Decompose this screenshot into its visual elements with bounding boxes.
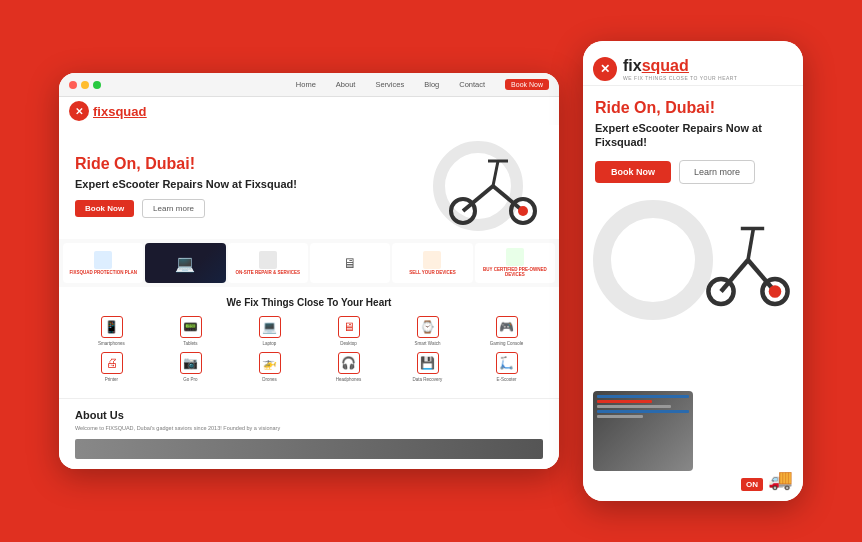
drone-label: Drones [262,377,277,382]
headphones-label: Headphones [336,377,362,382]
fix-item-escooter: 🛴 E-Scooter [470,352,543,382]
fix-item-smartwatch: ⌚ Smart Watch [391,316,464,346]
services-strip: FIXSQUAD PROTECTION PLAN 💻 ON-SITE REPAI… [59,239,559,287]
logo-brand-part1: fix [93,104,108,119]
logo-brand-underline: squad [108,104,146,119]
gaming-icon: 🎮 [496,316,518,338]
mobile-hero-buttons: Book Now Learn more [595,160,791,184]
svg-point-13 [769,285,782,298]
nav-home[interactable]: Home [296,80,316,89]
logo-icon: ✕ [69,101,89,121]
mobile-hero-image [583,190,803,340]
nav-services[interactable]: Services [375,80,404,89]
hero-title: Ride On, Dubai! [75,154,403,173]
headphones-icon: 🎧 [338,352,360,374]
fix-item-desktop: 🖥 Desktop [312,316,385,346]
browser-dot-yellow [81,81,89,89]
desktop-logo-bar: ✕ fixsquad [59,97,559,125]
mobile-learn-button[interactable]: Learn more [679,160,755,184]
service-icon-1 [259,251,277,269]
smartwatch-label: Smart Watch [415,341,441,346]
scooter-image [443,146,543,226]
data-recovery-icon: 💾 [417,352,439,374]
fix-item-laptop: 💻 Laptop [233,316,306,346]
smartphone-icon: 📱 [101,316,123,338]
laptop2-icon: 🖥 [343,255,357,271]
hero-buttons: Book Now Learn more [75,199,403,218]
laptop-label: Laptop [263,341,277,346]
gopro-label: Go Pro [183,377,197,382]
about-image-placeholder [75,439,543,459]
browser-bar: Home About Services Blog Contact Book No… [59,73,559,97]
tablet-icon: 📟 [180,316,202,338]
fix-item-gaming: 🎮 Gaming Console [470,316,543,346]
service-icon-0 [94,251,112,269]
service-card-0: FIXSQUAD PROTECTION PLAN [63,243,143,283]
mobile-header: ✕ fixsquad WE FIX THINGS CLOSE TO YOUR H… [583,49,803,86]
fix-item-data: 💾 Data Recovery [391,352,464,382]
hero-learn-button[interactable]: Learn more [142,199,205,218]
drone-icon: 🚁 [259,352,281,374]
smartwatch-icon: ⌚ [417,316,439,338]
nav-about[interactable]: About [336,80,356,89]
about-text: Welcome to FIXSQUAD, Dubai's gadget savi… [75,425,543,433]
browser-nav: Home About Services Blog Contact Book No… [296,79,549,90]
service-card-3: BUY CERTIFIED PRE-OWNED DEVICES [475,243,555,283]
mobile-tagline: WE FIX THINGS CLOSE TO YOUR HEART [623,75,737,81]
mobile-title-plain: Ride On, [595,99,665,116]
mobile-status-bar [583,41,803,49]
fix-item-printer: 🖨 Printer [75,352,148,382]
nav-blog[interactable]: Blog [424,80,439,89]
svg-line-11 [748,228,753,260]
about-title: About Us [75,409,543,421]
mobile-hero: Ride On, Dubai! Expert eScooter Repairs … [583,86,803,190]
screen-line-3 [597,405,671,408]
hero-title-highlight: Dubai! [145,155,195,172]
logo-area: ✕ fixsquad [69,101,146,121]
fix-grid-row1: 📱 Smartphones 📟 Tablets 💻 Laptop 🖥 Deskt… [75,316,543,346]
mobile-bottom-section: 🚚 ON [583,340,803,501]
escooter-label: E-Scooter [496,377,516,382]
svg-point-6 [518,206,528,216]
fix-item-headphones: 🎧 Headphones [312,352,385,382]
service-label-3: BUY CERTIFIED PRE-OWNED DEVICES [479,268,551,278]
fix-item-drone: 🚁 Drones [233,352,306,382]
data-recovery-label: Data Recovery [413,377,443,382]
service-label-0: FIXSQUAD PROTECTION PLAN [69,271,137,276]
browser-dot-red [69,81,77,89]
browser-dot-green [93,81,101,89]
mobile-device-thumbnail [593,391,693,471]
truck-icon: 🚚 [768,467,793,491]
service-icon-2 [423,251,441,269]
mobile-logo-right: fixsquad WE FIX THINGS CLOSE TO YOUR HEA… [623,57,737,81]
escooter-icon: 🛴 [496,352,518,374]
mobile-logo-icon: ✕ [593,57,617,81]
service-card-laptop2: 🖥 [310,243,390,283]
service-label-1: ON-SITE REPAIR & SERVICES [236,271,301,276]
fix-item-tablet: 📟 Tablets [154,316,227,346]
fix-grid-row2: 🖨 Printer 📷 Go Pro 🚁 Drones 🎧 Headphones… [75,352,543,382]
tablet-label: Tablets [183,341,197,346]
printer-icon: 🖨 [101,352,123,374]
laptop-icon: 💻 [175,254,195,273]
mobile-scooter-image [703,210,793,310]
hero-book-button[interactable]: Book Now [75,200,134,217]
desktop-label: Desktop [340,341,357,346]
browser-dots [69,81,101,89]
service-icon-3 [506,248,524,266]
gopro-icon: 📷 [180,352,202,374]
screen-line-1 [597,395,689,398]
desktop-icon: 🖥 [338,316,360,338]
nav-book-button[interactable]: Book Now [505,79,549,90]
screen-line-2 [597,400,652,403]
nav-contact[interactable]: Contact [459,80,485,89]
hero-subtitle: Expert eScooter Repairs Now at Fixsquad! [75,177,403,191]
hero-content: Ride On, Dubai! Expert eScooter Repairs … [75,154,403,218]
desktop-hero: Ride On, Dubai! Expert eScooter Repairs … [59,125,559,239]
hero-image-area [403,141,543,231]
screen-line-4 [597,410,689,413]
service-label-2: SELL YOUR DEVICES [409,271,456,276]
mobile-book-button[interactable]: Book Now [595,161,671,183]
logo-text: fixsquad [93,104,146,119]
about-section: About Us Welcome to FIXSQUAD, Dubai's ga… [59,398,559,469]
